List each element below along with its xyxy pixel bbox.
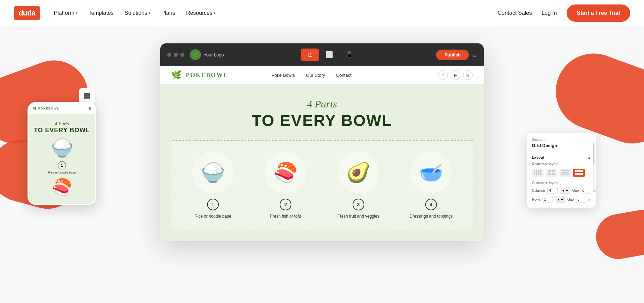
phone-mockup: 🌿 POKEBOWL ≡ 4 Parts TO EVERY BOWL 🍚 1 R… bbox=[28, 102, 96, 205]
svg-rect-7 bbox=[540, 170, 541, 175]
poke-heading-script: 4 Parts bbox=[171, 98, 473, 110]
svg-rect-13 bbox=[561, 172, 569, 173]
svg-rect-10 bbox=[548, 173, 551, 175]
svg-rect-22 bbox=[581, 173, 583, 175]
panel-breadcrumb: Section > bbox=[532, 138, 591, 142]
panel-title: Grid Design bbox=[532, 143, 591, 151]
site-nav-poke-bowls[interactable]: Poké Bowls bbox=[271, 73, 295, 78]
desktop-device-button[interactable]: 🖥 bbox=[301, 49, 319, 61]
rows-gap-label: Gap bbox=[567, 198, 574, 201]
layout-3x1[interactable] bbox=[559, 169, 571, 177]
contact-sales-link[interactable]: Contact Sales bbox=[498, 10, 532, 16]
panel-scrollbar-thumb bbox=[593, 143, 594, 164]
rows-gap-unit: px bbox=[588, 198, 592, 201]
templates-menu[interactable]: Templates bbox=[88, 10, 114, 16]
facebook-icon[interactable]: f bbox=[438, 70, 448, 80]
home-icon[interactable]: ⌂ bbox=[473, 51, 477, 59]
resources-chevron-icon: ▾ bbox=[214, 11, 215, 15]
phone-heading-bold: TO EVERY BOWL bbox=[33, 127, 90, 134]
phone-bowl-image: 🍚 bbox=[33, 137, 90, 158]
svg-rect-1 bbox=[84, 95, 90, 96]
customize-label: Customize layout bbox=[532, 181, 591, 185]
browser-dot-green bbox=[180, 53, 184, 57]
poke-content: 4 Parts TO EVERY BOWL 🍚 1 Rice or noodle… bbox=[160, 84, 484, 241]
svg-rect-5 bbox=[536, 170, 537, 175]
columns-select[interactable]: ▼ bbox=[560, 187, 570, 194]
poke-item-3: 🥑 3 Fresh fruit and veggies bbox=[322, 146, 395, 224]
phone-item-num: 1 bbox=[58, 161, 66, 169]
grid-fields: Columns ▼ Gap px Rows ▼ Gap px bbox=[532, 187, 591, 203]
poke-item-1-image: 🍚 bbox=[192, 152, 234, 193]
solutions-menu[interactable]: Solutions ▾ bbox=[125, 10, 150, 16]
layout-options bbox=[532, 169, 591, 177]
blob-right-mid bbox=[592, 207, 644, 263]
layout-label: Layout bbox=[532, 155, 544, 159]
layout-2x2[interactable] bbox=[546, 169, 557, 177]
columns-label: Columns bbox=[532, 189, 545, 192]
svg-rect-16 bbox=[577, 170, 579, 172]
columns-input[interactable] bbox=[547, 187, 558, 194]
duda-logo[interactable]: duda bbox=[14, 6, 40, 20]
gap-label: Gap bbox=[572, 189, 579, 192]
site-nav-our-story[interactable]: Our Story bbox=[306, 73, 325, 78]
svg-rect-20 bbox=[577, 173, 579, 175]
svg-rect-4 bbox=[534, 170, 535, 175]
poke-item-1-label: Rice or noodle base bbox=[194, 214, 231, 219]
svg-rect-19 bbox=[575, 173, 577, 175]
svg-rect-2 bbox=[84, 97, 90, 98]
plans-menu[interactable]: Plans bbox=[161, 10, 175, 16]
site-social-icons: f ▶ ◎ bbox=[438, 70, 473, 80]
nav-links: Platform ▾ Templates Solutions ▾ Plans R… bbox=[54, 10, 498, 16]
login-link[interactable]: Log In bbox=[541, 10, 557, 16]
youtube-icon[interactable]: ▶ bbox=[451, 70, 460, 80]
layout-4x4[interactable] bbox=[573, 169, 585, 177]
phone-fish-image: 🍣 bbox=[33, 178, 90, 197]
phone-heading-script: 4 Parts bbox=[33, 121, 90, 127]
rows-select[interactable]: ▼ bbox=[555, 196, 565, 203]
browser-mockup: 🌿 Your Logo 🖥 ⬜ 📱 Publish ⌂ 🌿 POKEBOWL P… bbox=[160, 43, 484, 241]
gap-input[interactable] bbox=[581, 187, 591, 194]
svg-rect-11 bbox=[552, 173, 555, 175]
site-logo-icon: 🌿 bbox=[171, 70, 182, 80]
site-nav-contact[interactable]: Contact bbox=[336, 73, 352, 78]
browser-dot-yellow bbox=[174, 53, 178, 57]
layout-chevron-icon[interactable]: ▲ bbox=[588, 156, 591, 159]
site-nav-links: Poké Bowls Our Story Contact bbox=[271, 73, 351, 78]
mobile-device-button[interactable]: 📱 bbox=[339, 48, 359, 61]
start-trial-button[interactable]: Start a Free Trial bbox=[567, 4, 630, 22]
poke-item-1: 🍚 1 Rice or noodle base bbox=[177, 146, 249, 224]
browser-toolbar: 🌿 Your Logo 🖥 ⬜ 📱 Publish ⌂ bbox=[190, 48, 477, 61]
hero-section: 🌿 POKEBOWL ≡ 4 Parts TO EVERY BOWL 🍚 1 R… bbox=[0, 26, 644, 303]
poke-item-4-num: 4 bbox=[425, 199, 437, 210]
instagram-icon[interactable]: ◎ bbox=[463, 70, 473, 80]
platform-chevron-icon: ▾ bbox=[76, 11, 77, 15]
svg-rect-12 bbox=[561, 170, 569, 171]
phone-site-logo: 🌿 POKEBOWL bbox=[33, 107, 59, 110]
svg-rect-18 bbox=[581, 170, 583, 172]
browser-chrome: 🌿 Your Logo 🖥 ⬜ 📱 Publish ⌂ bbox=[160, 43, 484, 66]
browser-dot-red bbox=[167, 53, 171, 57]
poke-item-2: 🍣 2 Fresh fish or tofu bbox=[250, 146, 322, 224]
browser-dots bbox=[167, 53, 184, 57]
poke-item-2-num: 2 bbox=[280, 199, 291, 210]
navbar: duda Platform ▾ Templates Solutions ▾ Pl… bbox=[0, 0, 644, 26]
panel-scrollbar[interactable] bbox=[593, 143, 594, 191]
platform-menu[interactable]: Platform ▾ bbox=[54, 10, 78, 16]
svg-rect-15 bbox=[575, 170, 577, 172]
rows-input[interactable] bbox=[543, 196, 553, 203]
rows-label: Rows bbox=[532, 198, 540, 201]
poke-item-3-label: Fresh fruit and veggies bbox=[337, 214, 379, 219]
tablet-device-button[interactable]: ⬜ bbox=[319, 48, 339, 61]
rearrange-label: Rearrange layout bbox=[532, 162, 591, 166]
layout-1x4[interactable] bbox=[532, 169, 544, 177]
poke-item-2-label: Fresh fish or tofu bbox=[270, 214, 301, 219]
phone-menu-icon: ≡ bbox=[88, 106, 91, 111]
poke-item-1-num: 1 bbox=[207, 199, 219, 210]
resources-menu[interactable]: Resources ▾ bbox=[186, 10, 215, 16]
publish-button[interactable]: Publish bbox=[436, 50, 469, 60]
svg-rect-14 bbox=[561, 174, 569, 175]
rows-gap-input[interactable] bbox=[576, 196, 586, 203]
poke-item-4: 🥣 4 Dressings and toppings bbox=[395, 146, 468, 224]
svg-rect-9 bbox=[552, 170, 555, 172]
svg-rect-8 bbox=[548, 170, 551, 172]
